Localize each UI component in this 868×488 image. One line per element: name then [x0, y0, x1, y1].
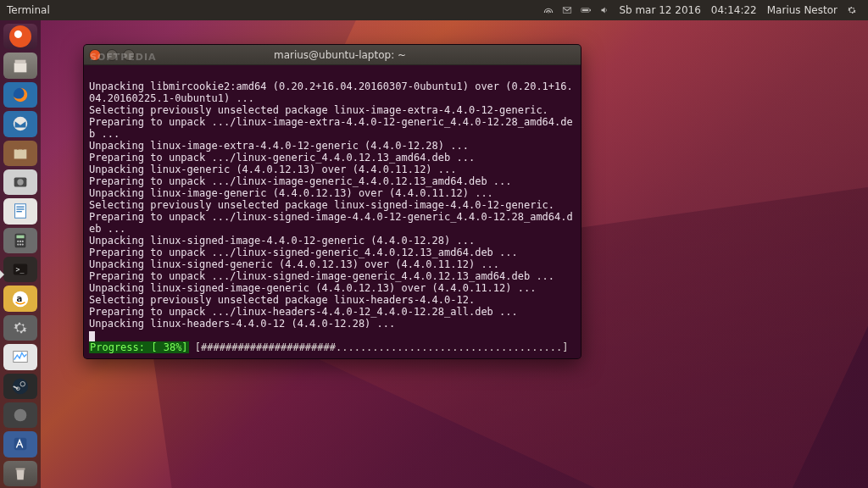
- svg-point-19: [17, 243, 19, 245]
- terminal-line: Unpacking libmircookie2:amd64 (0.20.2+16…: [89, 80, 576, 104]
- clock-time[interactable]: 04:14:22: [711, 4, 757, 16]
- trash-icon[interactable]: [3, 461, 37, 486]
- svg-point-9: [17, 179, 23, 185]
- svg-rect-1: [590, 9, 591, 11]
- svg-rect-12: [16, 209, 24, 210]
- settings-icon[interactable]: [3, 315, 37, 341]
- dash-icon[interactable]: [3, 24, 37, 49]
- terminal-line: Unpacking linux-signed-generic (4.4.0.12…: [89, 258, 576, 270]
- apt-progress: Progress: [ 38%] [######################…: [89, 341, 576, 353]
- terminal-line: Preparing to unpack .../linux-signed-ima…: [89, 211, 576, 235]
- steam-icon[interactable]: [3, 374, 37, 399]
- svg-rect-4: [14, 63, 27, 72]
- svg-text:>_: >_: [16, 265, 25, 274]
- svg-rect-15: [16, 235, 24, 238]
- minimize-button[interactable]: [106, 49, 118, 61]
- writer-icon[interactable]: [3, 198, 37, 224]
- maximize-button[interactable]: [123, 49, 135, 61]
- svg-point-16: [17, 241, 19, 242]
- terminal-line: Unpacking linux-signed-image-generic (4.…: [89, 282, 576, 294]
- app-icon[interactable]: [3, 402, 37, 428]
- calc-icon[interactable]: [3, 228, 37, 253]
- svg-point-30: [14, 409, 27, 422]
- clock-date[interactable]: Sb mar 12 2016: [619, 4, 700, 16]
- terminal-icon[interactable]: >_: [3, 257, 37, 282]
- firefox-icon[interactable]: [3, 82, 37, 108]
- svg-rect-32: [16, 468, 25, 469]
- virtualbox-icon[interactable]: [3, 431, 37, 457]
- terminal-line: Unpacking linux-image-generic (4.4.0.12.…: [89, 187, 576, 199]
- window-titlebar[interactable]: marius@ubuntu-laptop: ~: [84, 45, 581, 65]
- svg-point-18: [22, 241, 24, 242]
- terminal-output[interactable]: Unpacking libmircookie2:amd64 (0.20.2+16…: [84, 65, 581, 358]
- files-icon[interactable]: [3, 53, 37, 78]
- terminal-line: Preparing to unpack .../linux-image-gene…: [89, 175, 576, 187]
- battery-icon[interactable]: [580, 4, 592, 16]
- terminal-line: Preparing to unpack .../linux-signed-gen…: [89, 247, 576, 258]
- terminal-line: Preparing to unpack .../linux-signed-ima…: [89, 270, 576, 282]
- svg-point-20: [19, 243, 21, 245]
- terminal-line: Selecting previously unselected package …: [89, 294, 576, 306]
- svg-rect-3: [15, 59, 26, 63]
- terminal-cursor-line: [89, 330, 576, 341]
- active-app-label: Terminal: [7, 4, 50, 16]
- unity-launcher: >_a: [0, 20, 41, 488]
- terminal-window: marius@ubuntu-laptop: ~ Unpacking libmir…: [83, 44, 581, 359]
- svg-rect-13: [16, 211, 21, 212]
- svg-rect-7: [14, 149, 27, 158]
- terminal-line: Selecting previously unselected package …: [89, 104, 576, 116]
- user-menu[interactable]: Marius Nestor: [767, 4, 837, 16]
- svg-point-17: [19, 241, 21, 242]
- terminal-line: Unpacking linux-signed-image-4.4.0-12-ge…: [89, 235, 576, 247]
- terminal-line: Unpacking linux-headers-4.4.0-12 (4.4.0-…: [89, 318, 576, 330]
- terminal-line: Selecting previously unselected package …: [89, 199, 576, 211]
- thunderbird-icon[interactable]: [3, 111, 37, 136]
- svg-point-21: [22, 243, 24, 245]
- window-title: marius@ubuntu-laptop: ~: [140, 49, 540, 61]
- progress-label: Progress: [ 38%]: [89, 341, 189, 353]
- volume-icon[interactable]: [598, 4, 610, 16]
- terminal-line: Unpacking linux-generic (4.4.0.12.13) ov…: [89, 164, 576, 175]
- network-icon[interactable]: [542, 4, 554, 16]
- terminal-line: Unpacking linux-image-extra-4.4.0-12-gen…: [89, 140, 576, 152]
- gear-icon[interactable]: [846, 4, 858, 16]
- terminal-line: Preparing to unpack .../linux-image-extr…: [89, 116, 576, 140]
- mail-icon[interactable]: [561, 4, 573, 16]
- system-monitor-icon[interactable]: [3, 344, 37, 369]
- terminal-line: [89, 69, 576, 80]
- software-icon[interactable]: [3, 141, 37, 166]
- terminal-line: Preparing to unpack .../linux-generic_4.…: [89, 152, 576, 164]
- progress-bar: [######################.................…: [189, 341, 569, 353]
- top-menubar: Terminal Sb mar 12 2016 04:14:22 Marius …: [0, 0, 868, 20]
- svg-rect-11: [16, 207, 24, 208]
- amazon-icon[interactable]: a: [3, 286, 37, 311]
- svg-rect-2: [582, 9, 588, 11]
- svg-text:a: a: [16, 293, 22, 302]
- svg-rect-31: [14, 438, 27, 451]
- terminal-line: Preparing to unpack .../linux-headers-4.…: [89, 306, 576, 318]
- close-button[interactable]: [89, 49, 101, 61]
- photos-icon[interactable]: [3, 169, 37, 195]
